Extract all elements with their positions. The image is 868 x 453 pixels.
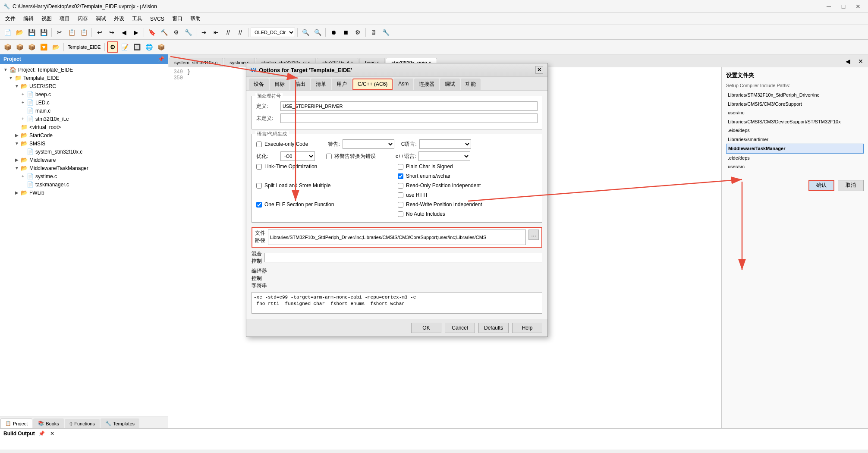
sidebar-pin-icon[interactable]: 📌 xyxy=(158,56,164,62)
undo-btn[interactable]: ↩ xyxy=(94,27,105,38)
optimize-select[interactable]: -O0 xyxy=(280,151,315,161)
env-btn[interactable]: 🌐 xyxy=(143,41,154,53)
nav-fwd-btn[interactable]: ▶ xyxy=(130,27,142,38)
tree-main[interactable]: 📄 main.c xyxy=(2,107,166,115)
tab-system-stm32[interactable]: system_stm32f10x.c xyxy=(169,58,223,67)
tree-mw-taskmanager[interactable]: ▼ 📂 Middleware/TaskManager xyxy=(2,164,166,172)
tab-close-all[interactable]: ✕ xyxy=(855,56,866,67)
pack-btn[interactable]: 📦 xyxy=(155,41,167,53)
proj-btn5[interactable]: 📂 xyxy=(50,41,61,53)
new-file-btn[interactable]: 📄 xyxy=(2,27,13,38)
build2-btn[interactable]: ⚙ xyxy=(170,27,182,38)
minimize-button[interactable]: ─ xyxy=(822,2,835,11)
close-button[interactable]: ✕ xyxy=(852,2,865,11)
warning-select[interactable] xyxy=(343,139,394,149)
unindent-btn[interactable]: ⇤ xyxy=(211,27,222,38)
short-enums-check[interactable] xyxy=(398,173,403,179)
one-elf-check[interactable] xyxy=(256,202,262,208)
tree-user-src[interactable]: ▼ 📂 USER/SRC xyxy=(2,82,166,90)
menu-peripheral[interactable]: 外设 xyxy=(110,13,128,24)
settings-btn[interactable]: 🔧 xyxy=(380,27,391,38)
bookmark-btn[interactable]: 🔖 xyxy=(146,27,157,38)
tree-fwlib[interactable]: ▶ 📂 FWLib xyxy=(2,189,166,197)
tree-stm32-it[interactable]: + 📄 stm32f10x_it.c xyxy=(2,115,166,123)
menu-file[interactable]: 文件 xyxy=(2,13,19,24)
confirm-btn[interactable]: 确认 xyxy=(808,180,834,191)
undef-input[interactable] xyxy=(280,113,538,123)
options-target-btn[interactable]: ⚙ xyxy=(107,41,118,53)
paste-btn[interactable]: 📋 xyxy=(78,27,89,38)
tree-startcode[interactable]: ▶ 📂 StartCode xyxy=(2,131,166,139)
menu-flash[interactable]: 闪存 xyxy=(74,13,91,24)
proj-btn1[interactable]: 📦 xyxy=(2,41,13,53)
debug-record-btn[interactable]: ⏺ xyxy=(328,27,339,38)
menu-window[interactable]: 窗口 xyxy=(169,13,186,24)
proj-btn3[interactable]: 📦 xyxy=(26,41,37,53)
dlg-tab-output[interactable]: 输出 xyxy=(290,79,310,90)
maximize-button[interactable]: □ xyxy=(837,2,850,11)
save-btn[interactable]: 💾 xyxy=(26,27,37,38)
cut-btn[interactable]: ✂ xyxy=(54,27,65,38)
plain-char-check[interactable] xyxy=(398,164,403,170)
dialog-ok-btn[interactable]: OK xyxy=(411,323,441,333)
dlg-tab-listing[interactable]: 清单 xyxy=(311,79,331,90)
tree-beep[interactable]: + 📄 beep.c xyxy=(2,90,166,98)
debug-settings-btn[interactable]: ⚙ xyxy=(352,27,363,38)
build-output-pin[interactable]: 📌 xyxy=(38,431,45,437)
dlg-tab-asm[interactable]: Asm xyxy=(393,79,413,90)
copy-btn[interactable]: 📋 xyxy=(66,27,77,38)
mixed-input[interactable] xyxy=(264,253,542,262)
use-rtti-check[interactable] xyxy=(398,192,403,198)
split-load-check[interactable] xyxy=(256,183,262,189)
right-cancel-btn[interactable]: 取消 xyxy=(838,180,864,191)
link-time-check[interactable] xyxy=(256,164,262,170)
tab-books[interactable]: 📚 Books xyxy=(33,418,64,428)
redo-btn[interactable]: ↪ xyxy=(106,27,117,38)
menu-help[interactable]: 帮助 xyxy=(187,13,204,24)
menu-debug[interactable]: 调试 xyxy=(92,13,110,24)
dlg-tab-device[interactable]: 设备 xyxy=(249,79,269,90)
dlg-tab-func[interactable]: 功能 xyxy=(461,79,481,90)
tree-middleware[interactable]: ▶ 📂 Middleware xyxy=(2,156,166,164)
comment-btn[interactable]: // xyxy=(223,27,234,38)
save-all-btn[interactable]: 💾 xyxy=(38,27,49,38)
dlg-tab-linker[interactable]: 连接器 xyxy=(414,79,439,90)
components-btn[interactable]: 🔲 xyxy=(131,41,142,53)
open-file-btn[interactable]: 📂 xyxy=(14,27,25,38)
convert-warnings-check[interactable] xyxy=(326,154,332,159)
build-btn[interactable]: 🔨 xyxy=(158,27,170,38)
read-only-check[interactable] xyxy=(398,183,403,189)
tree-led[interactable]: + 📄 LED.c xyxy=(2,98,166,107)
indent-btn[interactable]: ⇥ xyxy=(198,27,210,38)
tab-scroll-left[interactable]: ◀ xyxy=(842,56,853,67)
nav-back-btn[interactable]: ◀ xyxy=(118,27,129,38)
menu-edit[interactable]: 编辑 xyxy=(20,13,37,24)
no-auto-check[interactable] xyxy=(398,211,403,217)
tab-templates[interactable]: 🔧 Templates xyxy=(101,418,139,428)
menu-project[interactable]: 项目 xyxy=(56,13,73,24)
filepath-browse-btn[interactable]: … xyxy=(528,230,539,240)
dlg-tab-target[interactable]: 目标 xyxy=(270,79,289,90)
execute-only-check[interactable] xyxy=(256,142,262,147)
search-btn[interactable]: 🔍 xyxy=(300,27,311,38)
cpplang-select[interactable] xyxy=(418,151,470,161)
dialog-help-btn[interactable]: Help xyxy=(512,323,542,333)
read-write-check[interactable] xyxy=(398,202,403,208)
menu-svcs[interactable]: SVCS xyxy=(147,14,168,24)
uncomment-btn[interactable]: // xyxy=(235,27,246,38)
tab-functions[interactable]: {} Functions xyxy=(65,419,100,428)
crossref-btn[interactable]: 🔍 xyxy=(312,27,323,38)
dlg-tab-cc[interactable]: C/C++ (AC6) xyxy=(352,79,393,90)
tree-smsis[interactable]: ▼ 📂 SMSIS xyxy=(2,139,166,148)
build-output-close[interactable]: ✕ xyxy=(50,431,54,437)
dialog-close-btn[interactable]: ✕ xyxy=(535,66,543,74)
manage-btn[interactable]: 📝 xyxy=(119,41,130,53)
tree-systime[interactable]: + 📄 systime.c xyxy=(2,172,166,180)
define-input[interactable] xyxy=(280,101,538,111)
tree-project-root[interactable]: ▼ 🏠 Project: Template_EIDE xyxy=(2,66,166,74)
build3-btn[interactable]: 🔧 xyxy=(182,27,194,38)
dialog-cancel-btn[interactable]: Cancel xyxy=(445,323,475,333)
dialog-defaults-btn[interactable]: Defaults xyxy=(478,323,509,333)
proj-btn4[interactable]: 🔽 xyxy=(38,41,49,53)
tree-taskmanager[interactable]: 📄 taskmanager.c xyxy=(2,180,166,189)
